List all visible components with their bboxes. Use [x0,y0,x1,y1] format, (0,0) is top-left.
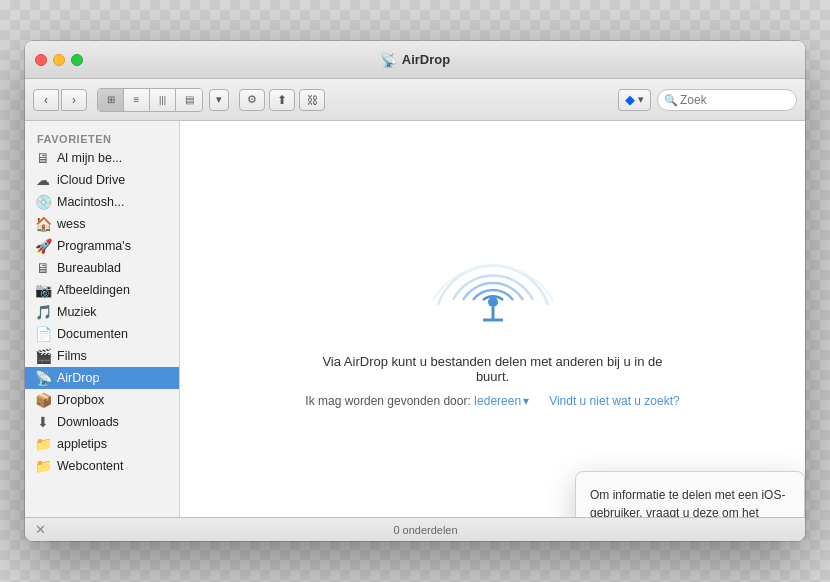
find-link[interactable]: Vindt u niet wat u zoekt? [549,394,680,408]
sidebar: Favorieten 🖥 Al mijn be... ☁ iCloud Driv… [25,121,180,517]
webcontent-icon: 📁 [35,458,51,474]
view-options-dropdown[interactable]: ▾ [209,89,229,111]
view-buttons: ⊞ ≡ ||| ▤ [97,88,203,112]
sidebar-item-macintosh[interactable]: 💿 Macintosh... [25,191,179,213]
action-button[interactable]: ⚙ [239,89,265,111]
sidebar-item-dropbox[interactable]: 📦 Dropbox [25,389,179,411]
minimize-button[interactable] [53,54,65,66]
dropbox-sidebar-icon: 📦 [35,392,51,408]
sidebar-item-appletips[interactable]: 📁 appletips [25,433,179,455]
view-column-button[interactable]: ||| [150,89,176,111]
appletips-icon: 📁 [35,436,51,452]
sidebar-item-icloud[interactable]: ☁ iCloud Drive [25,169,179,191]
airdrop-graphic [433,230,553,330]
forward-button[interactable]: › [61,89,87,111]
statusbar-close-button[interactable]: ✕ [35,522,46,537]
airdrop-description: Via AirDrop kunt u bestanden delen met a… [318,354,668,384]
airdrop-svg [433,230,553,340]
sidebar-item-music[interactable]: 🎵 Muziek [25,301,179,323]
traffic-lights [35,54,83,66]
search-icon: 🔍 [664,93,678,106]
dropbox-icon: ◆ [625,92,635,107]
discoverable-value: Iedereen [474,394,521,408]
films-icon: 🎬 [35,348,51,364]
sidebar-item-airdrop[interactable]: 📡 AirDrop [25,367,179,389]
discoverable-prefix: Ik mag worden gevonden door: [305,394,470,408]
view-list-button[interactable]: ≡ [124,89,150,111]
column-icon: ||| [159,95,166,105]
sidebar-item-all-files[interactable]: 🖥 Al mijn be... [25,147,179,169]
cover-icon: ▤ [185,94,194,105]
back-button[interactable]: ‹ [33,89,59,111]
gear-icon: ⚙ [247,93,257,106]
sidebar-item-programmes[interactable]: 🚀 Programma's [25,235,179,257]
tooltip-text: Om informatie te delen met een iOS-gebru… [590,486,790,517]
all-files-icon: 🖥 [35,150,51,166]
search-container: 🔍 [657,89,797,111]
link-button[interactable]: ⛓ [299,89,325,111]
sidebar-item-documents[interactable]: 📄 Documenten [25,323,179,345]
statusbar: ✕ 0 onderdelen [25,517,805,541]
share-icon: ⬆ [277,93,287,107]
tooltip-popup: Om informatie te delen met een iOS-gebru… [575,471,805,517]
content-area: Via AirDrop kunt u bestanden delen met a… [180,121,805,517]
forward-icon: › [72,93,76,107]
link-icon: ⛓ [307,94,318,106]
view-icon-button[interactable]: ⊞ [98,89,124,111]
sidebar-item-films[interactable]: 🎬 Films [25,345,179,367]
documents-icon: 📄 [35,326,51,342]
finder-window: 📡 AirDrop ‹ › ⊞ ≡ ||| ▤ [25,41,805,541]
discoverable-dropdown[interactable]: Iedereen ▾ [474,394,529,408]
dropdown-arrow: ▾ [523,394,529,408]
sidebar-section-label: Favorieten [25,129,179,147]
music-icon: 🎵 [35,304,51,320]
sidebar-item-downloads[interactable]: ⬇ Downloads [25,411,179,433]
search-input[interactable] [657,89,797,111]
close-button[interactable] [35,54,47,66]
images-icon: 📷 [35,282,51,298]
desktop-icon: 🖥 [35,260,51,276]
share-button[interactable]: ⬆ [269,89,295,111]
home-icon: 🏠 [35,216,51,232]
list-icon: ≡ [134,94,140,105]
grid-icon: ⊞ [107,94,115,105]
airdrop-links: Ik mag worden gevonden door: Iedereen ▾ … [305,394,679,408]
window-title: 📡 AirDrop [380,52,450,68]
statusbar-items-count: 0 onderdelen [56,524,795,536]
airdrop-icon: 📡 [35,370,51,386]
downloads-icon: ⬇ [35,414,51,430]
macintosh-icon: 💿 [35,194,51,210]
svg-point-0 [488,297,498,307]
dropbox-button[interactable]: ◆ ▾ [618,89,651,111]
titlebar: 📡 AirDrop [25,41,805,79]
airdrop-title-icon: 📡 [380,52,397,68]
toolbar: ‹ › ⊞ ≡ ||| ▤ ▾ ⚙ [25,79,805,121]
sidebar-item-desktop[interactable]: 🖥 Bureaublad [25,257,179,279]
sidebar-item-webcontent[interactable]: 📁 Webcontent [25,455,179,477]
maximize-button[interactable] [71,54,83,66]
programmes-icon: 🚀 [35,238,51,254]
dropbox-arrow: ▾ [638,93,644,106]
sidebar-item-wess[interactable]: 🏠 wess [25,213,179,235]
back-icon: ‹ [44,93,48,107]
nav-buttons: ‹ › [33,89,87,111]
sidebar-item-images[interactable]: 📷 Afbeeldingen [25,279,179,301]
view-cover-button[interactable]: ▤ [176,89,202,111]
icloud-icon: ☁ [35,172,51,188]
chevron-down-icon: ▾ [216,93,222,106]
main-area: Favorieten 🖥 Al mijn be... ☁ iCloud Driv… [25,121,805,517]
